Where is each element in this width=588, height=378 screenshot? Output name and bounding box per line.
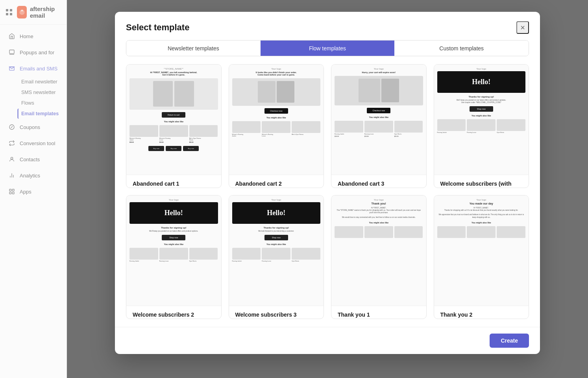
template-preview-4: Your logo Hello! Thanks for signing up! …: [434, 65, 529, 175]
template-card-welcome-subscribers[interactable]: Your logo Hello! Thanks for signing up! …: [434, 64, 529, 188]
nav-sub-emails: Email newsletter SMS newsletter Flows Em…: [0, 77, 67, 119]
template-label-6: Welcome subscribers 3: [229, 306, 324, 319]
sidebar-item-popups[interactable]: Popups and for: [2, 44, 64, 60]
sidebar-item-home-label: Home: [20, 33, 33, 39]
modal-close-button[interactable]: ×: [516, 21, 529, 34]
sidebar: aftership email Home Popups and for Emai…: [0, 0, 67, 378]
template-label-2: Abandoned cart 2: [229, 175, 324, 188]
template-label-3: Abandoned cart 3: [331, 175, 426, 188]
svg-rect-5: [9, 50, 14, 53]
template-preview-6: Your logo Hello! Thanks for signing up! …: [229, 195, 324, 306]
sidebar-item-popups-label: Popups and for: [20, 50, 54, 55]
tab-flow-templates[interactable]: Flow templates: [261, 41, 395, 56]
sidebar-item-analytics[interactable]: Analytics: [2, 168, 64, 183]
svg-line-10: [11, 126, 13, 128]
create-button[interactable]: Create: [490, 334, 529, 348]
sidebar-item-contacts-label: Contacts: [20, 157, 40, 162]
template-preview-8: Your logo You made our day Hi *FIRST_NAM…: [434, 195, 529, 306]
grid-icon: [5, 7, 13, 18]
coupon-icon: [8, 123, 16, 131]
sidebar-item-conversion-label: Conversion tool: [20, 140, 55, 146]
select-template-modal: Select template × Newsletter templates F…: [115, 12, 540, 354]
template-card-thank-you-2[interactable]: Your logo You made our day Hi *FIRST_NAM…: [434, 195, 529, 319]
template-card-abandoned-cart-1[interactable]: "*STORE_NAME*" Hi *FIRST_NAME*, you left…: [126, 64, 222, 188]
template-label-7: Thank you 1: [331, 306, 426, 319]
svg-rect-3: [10, 13, 12, 15]
svg-rect-2: [6, 13, 8, 15]
sidebar-sub-email-newsletter[interactable]: Email newsletter: [17, 77, 64, 87]
template-preview-7: Your logo Thank you! Hi *FIRST_NAME*,The…: [331, 195, 426, 306]
template-preview-2: Your logo It looks like you didn't finis…: [229, 65, 324, 175]
apps-icon: [8, 188, 16, 195]
main-content: Select template × Newsletter templates F…: [67, 0, 588, 378]
svg-rect-1: [10, 9, 12, 11]
sidebar-item-emails[interactable]: Emails and SMS: [2, 61, 64, 76]
modal-header: Select template ×: [115, 12, 540, 40]
svg-rect-16: [12, 189, 14, 191]
modal-title: Select template: [126, 22, 189, 33]
sidebar-item-coupons-label: Coupons: [20, 124, 40, 130]
template-label-8: Thank you 2: [434, 306, 529, 319]
modal-footer: Create: [115, 327, 540, 354]
template-label-5: Welcome subscribers 2: [126, 306, 221, 319]
template-card-thank-you-1[interactable]: Your logo Thank you! Hi *FIRST_NAME*,The…: [331, 195, 427, 319]
template-preview-3: Your logo Hurry, your cart will expire s…: [331, 65, 426, 175]
template-grid: "*STORE_NAME*" Hi *FIRST_NAME*, you left…: [115, 64, 540, 327]
conversion-icon: [8, 139, 16, 147]
sidebar-sub-flows[interactable]: Flows: [17, 98, 64, 108]
template-card-abandoned-cart-3[interactable]: Your logo Hurry, your cart will expire s…: [331, 64, 427, 188]
contacts-icon: [8, 155, 16, 163]
sidebar-item-contacts[interactable]: Contacts: [2, 151, 64, 167]
template-preview-1: "*STORE_NAME*" Hi *FIRST_NAME*, you left…: [126, 65, 221, 175]
svg-rect-15: [9, 189, 11, 191]
svg-rect-0: [6, 9, 8, 11]
svg-point-11: [11, 157, 13, 159]
svg-rect-17: [9, 192, 11, 194]
template-card-abandoned-cart-2[interactable]: Your logo It looks like you didn't finis…: [229, 64, 324, 188]
svg-marker-7: [9, 67, 14, 69]
sidebar-item-apps[interactable]: Apps: [2, 184, 64, 199]
modal-overlay[interactable]: Select template × Newsletter templates F…: [67, 0, 588, 378]
template-label-1: Abandoned cart 1: [126, 175, 221, 188]
home-icon: [8, 32, 16, 40]
logo-icon: [17, 6, 27, 18]
popup-icon: [8, 48, 16, 56]
analytics-icon: [8, 171, 16, 179]
sidebar-item-home[interactable]: Home: [2, 28, 64, 44]
svg-rect-18: [12, 192, 14, 194]
sidebar-item-coupons[interactable]: Coupons: [2, 119, 64, 135]
template-preview-5: Your logo Hello! Thanks for signing up! …: [126, 195, 221, 306]
sidebar-item-analytics-label: Analytics: [20, 173, 40, 179]
sidebar-sub-sms-newsletter[interactable]: SMS newsletter: [17, 87, 64, 98]
nav-section: Home Popups and for Emails and SMS Email…: [0, 25, 67, 378]
app-name: aftership email: [30, 6, 62, 19]
sidebar-item-emails-label: Emails and SMS: [20, 66, 57, 72]
sidebar-sub-email-templates[interactable]: Email templates: [17, 109, 64, 119]
sidebar-item-conversion[interactable]: Conversion tool: [2, 135, 64, 151]
tab-custom-templates[interactable]: Custom templates: [394, 41, 529, 56]
template-tabs: Newsletter templates Flow templates Cust…: [126, 40, 529, 56]
template-card-welcome-2[interactable]: Your logo Hello! Thanks for signing up! …: [126, 195, 222, 319]
email-icon: [8, 65, 16, 72]
template-label-4: Welcome subscribers (with: [434, 175, 529, 188]
sidebar-item-apps-label: Apps: [20, 189, 31, 195]
template-card-welcome-3[interactable]: Your logo Hello! Thanks for signing up! …: [229, 195, 324, 319]
tab-newsletter-templates[interactable]: Newsletter templates: [126, 41, 261, 56]
